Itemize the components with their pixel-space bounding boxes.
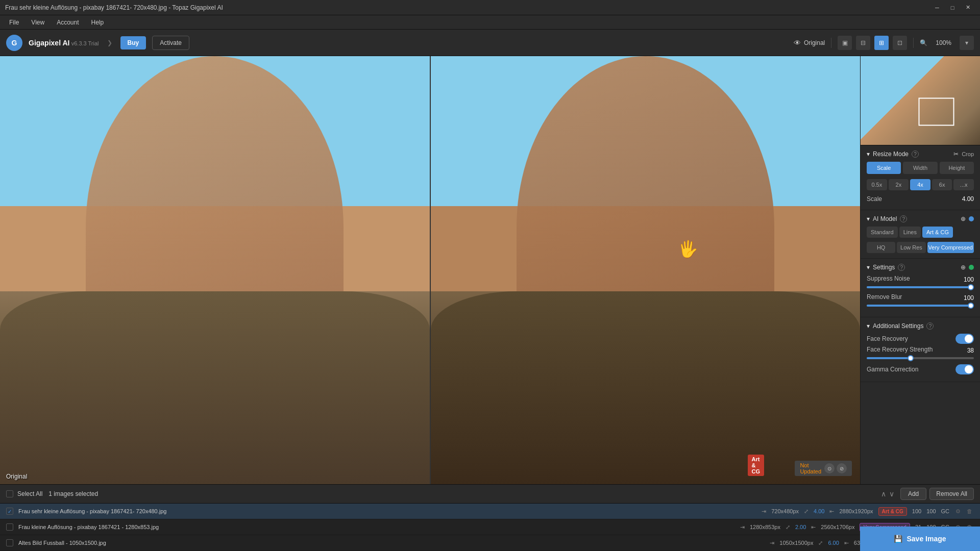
file-row[interactable]: Frau kleine Auflösung - pixabay 1867421 … — [0, 519, 980, 535]
gamma-correction-knob — [965, 365, 973, 373]
remove-blur-slider[interactable] — [867, 305, 974, 307]
quality-lowres-button[interactable]: Low Res — [897, 242, 925, 253]
scale-6x-button[interactable]: 6x — [932, 179, 952, 190]
mode-width-button[interactable]: Width — [903, 162, 937, 174]
ai-model-help-icon[interactable]: ? — [900, 215, 907, 222]
settings-title: ▾ Settings ? — [867, 264, 905, 271]
output-icon-1: ⇤ — [829, 508, 834, 515]
nav-up-icon[interactable]: ∧ — [881, 490, 886, 498]
remove-all-button[interactable]: Remove All — [929, 488, 974, 500]
file-delete-button-1[interactable]: 🗑 — [965, 507, 974, 516]
file-settings-button-1[interactable]: ⚙ — [953, 507, 963, 516]
nav-arrows: ∧ ∨ — [881, 490, 894, 498]
mode-scale-button[interactable]: Scale — [867, 162, 901, 174]
additional-settings-help-icon[interactable]: ? — [926, 322, 934, 330]
window-controls: ─ □ ✕ — [930, 2, 975, 13]
view-single-button[interactable]: ▣ — [838, 36, 852, 50]
buy-button[interactable]: Buy — [120, 36, 146, 49]
thumbnail-selection-box — [919, 98, 954, 126]
ai-model-title: ▾ AI Model ? — [867, 215, 907, 222]
face-strength-slider[interactable] — [867, 357, 974, 359]
model-tag-1: Art & CG — [878, 507, 907, 516]
quality-hq-button[interactable]: HQ — [867, 242, 895, 253]
suppress-noise-slider[interactable] — [867, 286, 974, 288]
select-all-label[interactable]: Select All — [17, 490, 42, 497]
crop-button[interactable]: Crop — [962, 151, 974, 157]
output-size-1: 2880x1920px — [839, 508, 873, 514]
image-left-original: Original — [0, 56, 431, 484]
face-recovery-toggle[interactable] — [955, 334, 974, 344]
settings-help-icon[interactable]: ? — [898, 264, 905, 271]
info-icon[interactable]: ⊘ — [837, 463, 847, 473]
file-checkbox-1[interactable]: ✓ — [6, 508, 13, 515]
nav-down-icon[interactable]: ∨ — [889, 490, 894, 498]
face-strength-thumb[interactable] — [908, 355, 914, 361]
select-all-checkbox[interactable] — [6, 490, 13, 497]
minimize-button[interactable]: ─ — [930, 2, 944, 13]
maximize-button[interactable]: □ — [945, 2, 960, 13]
file-list-header: Select All 1 images selected ∧ ∨ Add Rem… — [0, 485, 980, 504]
ai-model-right: ⊕ — [961, 215, 974, 222]
image-viewport[interactable]: Original 🖐 Art & CG Not Updated ⊙ — [0, 56, 860, 484]
original-label: Original — [804, 39, 825, 46]
menu-help[interactable]: Help — [86, 17, 109, 28]
close-button[interactable]: ✕ — [961, 2, 975, 13]
settings-header[interactable]: ▾ Settings ? ⊕ — [867, 264, 974, 271]
file-checkbox-3[interactable] — [6, 539, 13, 546]
suppress-noise-thumb[interactable] — [968, 284, 974, 290]
resize-mode-header[interactable]: ▾ Resize Mode ? ✂ Crop — [867, 151, 974, 158]
input-size-2: 1280x853px — [750, 524, 780, 530]
save-image-button[interactable]: 💾 Save Image — [860, 527, 980, 551]
settings-right: ⊕ — [961, 264, 974, 271]
view-quad-button[interactable]: ⊡ — [893, 36, 907, 50]
mode-height-button[interactable]: Height — [940, 162, 974, 174]
model-lines-button[interactable]: Lines — [899, 227, 921, 238]
resize-mode-help-icon[interactable]: ? — [912, 151, 919, 158]
scale-3: 6.00 — [828, 540, 839, 546]
settings-label: Settings — [873, 264, 895, 271]
original-toggle[interactable]: 👁 Original — [794, 39, 825, 47]
menu-view[interactable]: View — [26, 17, 50, 28]
ai-model-header[interactable]: ▾ AI Model ? ⊕ — [867, 215, 974, 222]
zoom-icon: 🔍 — [920, 39, 927, 46]
menu-account[interactable]: Account — [52, 17, 84, 28]
remove-blur-thumb[interactable] — [968, 303, 974, 309]
model-artcg-button[interactable]: Art & CG — [922, 227, 953, 238]
scale-custom-button[interactable]: ...x — [953, 179, 974, 190]
view-split-v-button[interactable]: ⊞ — [874, 36, 889, 50]
additional-settings-header[interactable]: ▾ Additional Settings ? — [867, 322, 974, 330]
compare-icon[interactable]: ⊙ — [824, 463, 835, 473]
app-version-text: v6.3.3 Trial — [71, 40, 99, 46]
quality-verycompressed-button[interactable]: Very Compressed — [927, 242, 974, 253]
add-button[interactable]: Add — [900, 488, 926, 500]
ai-model-label: AI Model — [873, 215, 897, 222]
zoom-dropdown-button[interactable]: ▾ — [960, 36, 974, 50]
activate-button[interactable]: Activate — [152, 36, 189, 50]
scale-label: Scale — [867, 195, 882, 203]
noise-1: 100 — [912, 508, 921, 514]
model-standard-button[interactable]: Standard — [867, 227, 898, 238]
scale-2x-button[interactable]: 2x — [889, 179, 909, 190]
image-right-processed: 🖐 Art & CG Not Updated ⊙ ⊘ — [431, 56, 861, 484]
right-panel: ▾ Resize Mode ? ✂ Crop Scale Width H — [860, 56, 980, 484]
view-split-h-button[interactable]: ⊟ — [856, 36, 870, 50]
settings-chevron-down-icon: ▾ — [867, 264, 870, 271]
gamma-correction-toggle[interactable] — [955, 364, 974, 374]
file-row[interactable]: ✓ Frau sehr kleine Auflösung - pixabay 1… — [0, 504, 980, 519]
zoom-level: 100% — [932, 39, 955, 46]
input-size-icon-2: ⇥ — [740, 524, 745, 531]
scale-4x-button[interactable]: 4x — [910, 179, 930, 190]
scale-icon-3: ⤢ — [818, 540, 823, 546]
scale-icon-2: ⤢ — [786, 524, 790, 531]
suppress-noise-row: Suppress Noise 100 — [867, 275, 974, 284]
quality-buttons: HQ Low Res Very Compressed — [867, 242, 974, 253]
input-size-icon-1: ⇥ — [762, 508, 766, 515]
file-checkbox-2[interactable] — [6, 523, 13, 531]
status-icons: ⊙ ⊘ — [824, 463, 847, 473]
image-and-panel: Original 🖐 Art & CG Not Updated ⊙ — [0, 56, 980, 484]
menu-file[interactable]: File — [4, 17, 24, 28]
scale-05x-button[interactable]: 0.5x — [867, 179, 887, 190]
file-row[interactable]: Altes Bild Fussball - 1050x1500.jpg ⇥ 10… — [0, 535, 980, 551]
additional-settings-label: Additional Settings — [873, 322, 923, 330]
suppress-noise-fill — [867, 286, 974, 288]
